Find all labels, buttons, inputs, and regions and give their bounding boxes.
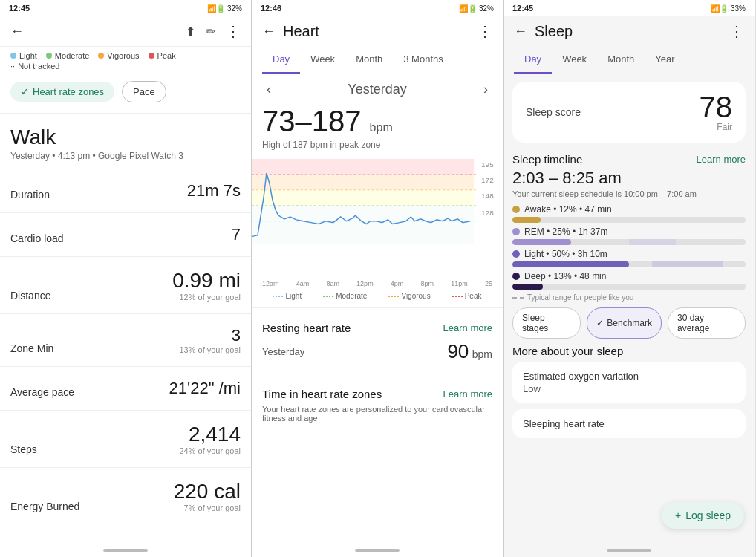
bpm-note: High of 187 bpm in peak zone [252,138,503,156]
next-date-button[interactable]: › [483,82,488,97]
tab-day-heart[interactable]: Day [262,46,300,74]
back-button-1[interactable]: ← [10,24,24,39]
more-card-oxygen: Estimated oxygen variation Low [512,362,746,403]
oxygen-value: Low [523,383,735,394]
sleep-title: Sleep [535,23,573,40]
svg-text:128: 128 [481,209,494,217]
time-8am: 8am [326,280,339,287]
stage-awake: Awake • 12% • 47 min [512,204,746,223]
pace-button[interactable]: Pace [122,81,166,102]
light-typical-range [652,261,722,267]
edit-icon[interactable]: ✏ [206,25,215,39]
zone-moderate-line [323,296,333,297]
legend-row: Light Moderate Vigorous Peak [0,47,251,62]
stage-light: Light • 50% • 3h 10m [512,249,746,267]
sleep-time: 2:03 – 8:25 am [512,169,746,188]
awake-color [512,206,520,213]
energy-label: Energy Burned [10,501,79,512]
avg-pace-label: Average pace [10,386,74,398]
tab-week-heart[interactable]: Week [300,46,345,74]
heart-toolbar: ← Heart ⋮ [252,16,503,46]
time-4pm: 4pm [391,280,404,287]
zone-moderate-label: Moderate [323,292,367,300]
metric-energy: Energy Burned 220 cal 7% of your goal [0,472,251,520]
resting-hr-learn-more[interactable]: Learn more [443,322,492,333]
legend-light-label: Light [19,51,37,60]
bottom-bar-1 [0,544,251,557]
divider-1 [0,113,251,114]
metrics-scroll[interactable]: Duration 21m 7s Cardio load 7 Distance 0… [0,174,251,544]
legend-vigorous: Vigorous [98,51,139,60]
metric-zone-min: Zone Min 3 13% of your goal [0,319,251,362]
zones-label: Time in heart rate zones [262,388,382,400]
more-menu-2[interactable]: ⋮ [478,22,492,40]
sleep-learn-more[interactable]: Learn more [697,154,746,165]
more-menu-1[interactable]: ⋮ [226,22,241,40]
panel-heart: 12:46 📶🔋 32% ← Heart ⋮ Day Week Month 3 … [252,0,504,557]
sleep-scroll[interactable]: Sleep score 78 Fair Sleep timeline Learn… [504,74,755,544]
zone-vigorous-line [388,296,399,297]
svg-rect-1 [252,175,474,190]
back-button-3[interactable]: ← [514,24,527,39]
time-1: 12:45 [9,4,30,13]
svg-rect-0 [252,159,474,175]
plus-icon: + [675,509,681,521]
sleep-tab-row: Day Week Month Year [504,46,755,74]
more-menu-3[interactable]: ⋮ [729,22,744,40]
chip-benchmark-label: Benchmark [607,318,652,328]
tab-3months-heart[interactable]: 3 Months [393,46,453,74]
filter-row: ✓ Heart rate zones Pace [0,75,251,108]
steps-label: Steps [10,443,37,455]
heart-scroll[interactable]: ‹ Yesterday › 73–187 bpm High of 187 bpm… [252,74,503,544]
bpm-range: 73–187 bpm [252,105,503,138]
time-right: 25 [485,280,492,287]
sleep-schedule: Your current sleep schedule is 10:00 pm … [512,189,746,198]
tab-day-sleep[interactable]: Day [514,46,552,74]
sleep-timeline-title: Sleep timeline [512,153,582,166]
legend-vigorous-label: Vigorous [107,51,139,60]
chip-sleep-stages[interactable]: Sleep stages [512,307,581,339]
zone-note: Your heart rate zones are personalized t… [252,403,503,427]
more-sleep-section: More about your sleep Estimated oxygen v… [512,345,746,438]
sleep-score-right: 78 Fair [700,92,733,132]
tab-week-sleep[interactable]: Week [552,46,597,74]
log-sleep-button[interactable]: + Log sleep [662,502,744,529]
activity-title: Walk [10,126,241,149]
metric-distance: Distance 0.99 mi 12% of your goal [0,261,251,309]
tab-year-sleep[interactable]: Year [645,46,685,74]
awake-label: Awake • 12% • 47 min [524,204,612,215]
light-dot [10,53,16,59]
legend-peak-label: Peak [157,51,176,60]
chip-30day[interactable]: 30 day average [668,307,746,339]
distance-sub: 12% of your goal [172,293,241,302]
light-label: Light • 50% • 3h 10m [524,249,607,259]
status-bar-1: 12:45 📶🔋 32% [0,0,251,16]
more-sleep-title: More about your sleep [512,345,746,357]
battery-icon-1: 📶🔋 [207,4,225,13]
divider-2 [0,169,251,169]
panel-walk: 12:45 📶🔋 32% ← ⬆ ✏ ⋮ Light Moderate Vigo… [0,0,252,557]
time-3: 12:45 [512,4,533,13]
steps-sub: 24% of your goal [179,446,241,455]
light-bar-fill [512,261,629,267]
resting-hr-section: Resting heart rate Learn more [252,313,503,337]
date-nav: ‹ Yesterday › [252,74,503,105]
check-icon: ✓ [21,86,29,97]
share-icon[interactable]: ⬆ [186,25,195,39]
zones-learn-more[interactable]: Learn more [443,388,492,400]
heart-rate-zones-button[interactable]: ✓ Heart rate zones [10,82,114,102]
home-indicator-1 [103,549,148,552]
zone-vigorous-label: Vigorous [388,292,430,300]
legend-moderate: Moderate [46,51,89,60]
typical-range-icon [512,297,524,299]
chip-benchmark[interactable]: ✓ Benchmark [587,307,662,339]
yesterday-label: Yesterday [262,346,304,357]
awake-bar-fill [512,217,541,223]
time-11pm: 11pm [451,280,468,287]
battery-icon-3: 📶🔋 [711,4,729,13]
prev-date-button[interactable]: ‹ [267,82,271,97]
tab-month-sleep[interactable]: Month [597,46,645,74]
back-button-2[interactable]: ← [262,24,276,39]
tab-month-heart[interactable]: Month [345,46,393,74]
time-labels: 12am 4am 8am 12pm 4pm 8pm 11pm 25 [252,278,503,289]
